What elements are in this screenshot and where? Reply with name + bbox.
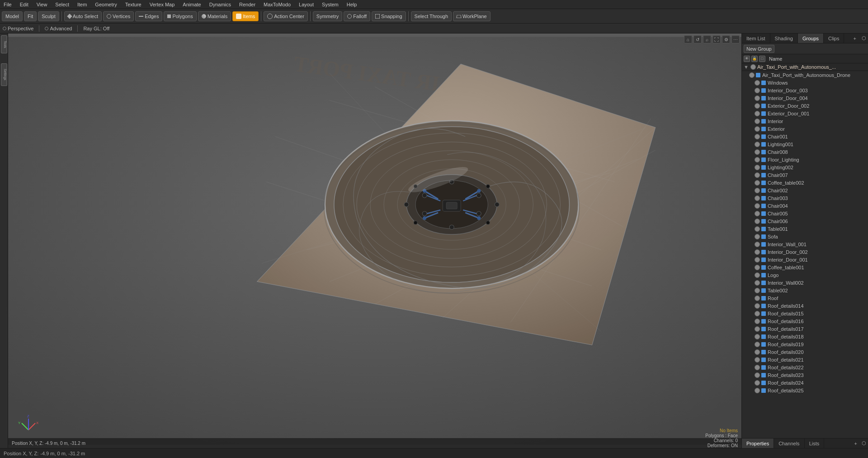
- menu-file[interactable]: File: [2, 2, 14, 7]
- list-item[interactable]: Chair003: [742, 194, 868, 202]
- tab-groups[interactable]: Groups: [798, 33, 824, 43]
- list-item[interactable]: Chair006: [742, 217, 868, 225]
- menu-select[interactable]: Select: [53, 2, 71, 7]
- left-panel-settings[interactable]: Settings: [1, 63, 7, 86]
- list-item[interactable]: Lighting001: [742, 140, 868, 148]
- item-eye-icon[interactable]: [755, 388, 760, 393]
- menu-maxtomodo[interactable]: MaxToModo: [262, 2, 292, 7]
- list-item[interactable]: Table001: [742, 225, 868, 233]
- item-eye-icon[interactable]: [755, 226, 760, 232]
- item-eye-icon[interactable]: [755, 257, 760, 262]
- list-item[interactable]: Interior_Door_003: [742, 86, 868, 94]
- item-eye-icon[interactable]: [755, 334, 760, 339]
- model-mode-button[interactable]: Model: [2, 11, 23, 21]
- lock-icon[interactable]: 🔒: [751, 56, 758, 62]
- list-item[interactable]: Exterior_Door_001: [742, 110, 868, 117]
- list-item[interactable]: Roof_details016: [742, 317, 868, 325]
- list-item[interactable]: Roof_details022: [742, 363, 868, 371]
- list-item[interactable]: Windows: [742, 79, 868, 86]
- vp-search-button[interactable]: ⌕: [703, 35, 711, 43]
- select-through-button[interactable]: Select Through: [411, 11, 452, 21]
- item-eye-icon[interactable]: [755, 265, 760, 270]
- new-group-button[interactable]: New Group: [744, 45, 774, 53]
- vertices-button[interactable]: Vertices: [103, 11, 134, 21]
- item-eye-icon[interactable]: [755, 211, 760, 216]
- tab-lists[interactable]: Lists: [805, 439, 825, 448]
- list-item[interactable]: Roof_details023: [742, 371, 868, 379]
- list-item[interactable]: Lighting002: [742, 163, 868, 171]
- menu-texture[interactable]: Texture: [123, 2, 143, 7]
- polygons-button[interactable]: Polygons: [164, 11, 196, 21]
- item-eye-icon[interactable]: [755, 249, 760, 255]
- items-button[interactable]: Items: [232, 11, 259, 21]
- item-eye-icon[interactable]: [755, 111, 760, 116]
- tab-shading[interactable]: Shading: [770, 33, 798, 43]
- eye-toggle-icon[interactable]: 👁: [744, 56, 750, 62]
- list-item[interactable]: Exterior_Door_002: [742, 102, 868, 110]
- tab-clips[interactable]: Clips: [824, 33, 844, 43]
- list-item[interactable]: Roof_details024: [742, 379, 868, 386]
- item-eye-icon[interactable]: [755, 80, 760, 86]
- item-eye-icon[interactable]: [755, 288, 760, 293]
- list-item[interactable]: Roof: [742, 294, 868, 302]
- list-item[interactable]: Coffee_table002: [742, 179, 868, 186]
- item-eye-icon[interactable]: [755, 126, 760, 132]
- item-eye-icon[interactable]: [755, 272, 760, 278]
- item-eye-icon[interactable]: [755, 357, 760, 363]
- list-item[interactable]: Exterior: [742, 125, 868, 133]
- vp-home-button[interactable]: ⌂: [684, 35, 692, 43]
- menu-view[interactable]: View: [35, 2, 49, 7]
- item-eye-icon[interactable]: [755, 380, 760, 386]
- item-eye-icon[interactable]: [755, 349, 760, 355]
- item-eye-icon[interactable]: [755, 319, 760, 324]
- falloff-button[interactable]: Falloff: [344, 11, 370, 21]
- menu-item[interactable]: Item: [75, 2, 89, 7]
- list-item[interactable]: Floor_Lighting: [742, 156, 868, 163]
- list-item[interactable]: Interior_Door_001: [742, 256, 868, 263]
- item-eye-icon[interactable]: [755, 311, 760, 316]
- menu-vertex-map[interactable]: Vertex Map: [148, 2, 177, 7]
- list-item[interactable]: Interior_Wall_001: [742, 240, 868, 248]
- list-item[interactable]: Interior_Door_002: [742, 248, 868, 256]
- vp-more-button[interactable]: ⋯: [731, 35, 740, 43]
- list-item[interactable]: Chair002: [742, 186, 868, 194]
- item-eye-icon[interactable]: [755, 142, 760, 147]
- list-item[interactable]: Roof_details018: [742, 333, 868, 340]
- item-eye-icon[interactable]: [755, 119, 760, 124]
- menu-edit[interactable]: Edit: [18, 2, 30, 7]
- left-panel-tools[interactable]: Tools: [1, 35, 7, 53]
- action-center-button[interactable]: Action Center: [264, 11, 308, 21]
- item-eye-icon[interactable]: [755, 234, 760, 239]
- item-eye-icon[interactable]: [755, 242, 760, 247]
- list-item[interactable]: Interior_Door_004: [742, 94, 868, 102]
- item-eye-icon[interactable]: [755, 342, 760, 347]
- list-item[interactable]: Logo: [742, 271, 868, 279]
- auto-select-button[interactable]: Auto Select: [64, 11, 102, 21]
- perspective-toggle[interactable]: Perspective: [3, 26, 33, 31]
- vp-settings-button[interactable]: ⚙: [722, 35, 730, 43]
- item-eye-icon[interactable]: [755, 134, 760, 139]
- item-eye-icon[interactable]: [755, 203, 760, 209]
- item-eye-icon[interactable]: [755, 95, 760, 101]
- list-item[interactable]: Chair001: [742, 133, 868, 140]
- list-item[interactable]: Roof_details020: [742, 348, 868, 356]
- root-item-row[interactable]: ▼ Air_Taxi_Port_with_Autonomous_...: [742, 63, 868, 71]
- item-type-icon[interactable]: □: [759, 56, 765, 62]
- item-eye-icon[interactable]: [755, 157, 760, 162]
- bottom-add-button[interactable]: +: [852, 441, 860, 446]
- list-item[interactable]: Roof_details019: [742, 340, 868, 348]
- list-item[interactable]: Table002: [742, 286, 868, 294]
- snapping-button[interactable]: Snapping: [372, 11, 406, 21]
- menu-help[interactable]: Help: [345, 2, 359, 7]
- item-eye-icon[interactable]: [755, 219, 760, 224]
- item-eye-icon[interactable]: [755, 172, 760, 178]
- list-item[interactable]: Chair007: [742, 171, 868, 179]
- list-item[interactable]: Roof_details014: [742, 302, 868, 310]
- menu-render[interactable]: Render: [237, 2, 257, 7]
- item-eye-icon[interactable]: [749, 72, 755, 78]
- item-eye-icon[interactable]: [755, 280, 760, 286]
- item-eye-icon[interactable]: [755, 103, 760, 109]
- menu-layout[interactable]: Layout: [297, 2, 316, 7]
- item-eye-icon[interactable]: [755, 149, 760, 155]
- sculpt-button[interactable]: Sculpt: [38, 11, 59, 21]
